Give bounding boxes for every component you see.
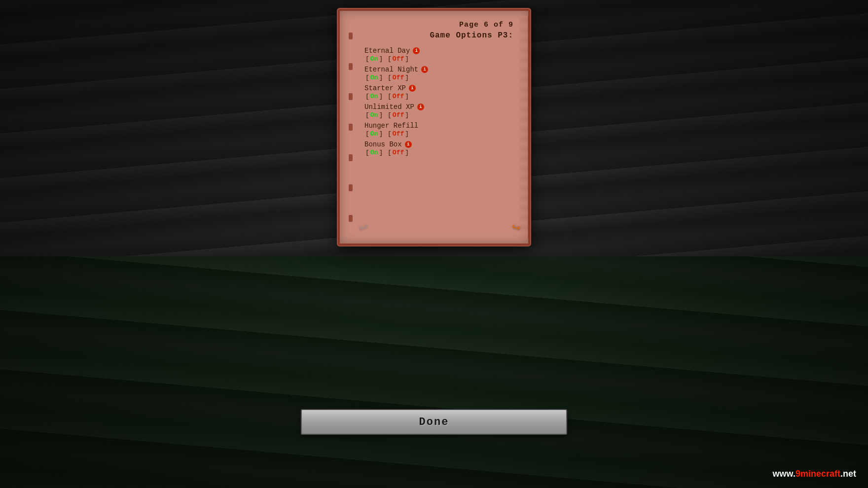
prev-page-button[interactable]: ↪ — [360, 219, 368, 236]
bracket: [ — [384, 130, 392, 138]
bracket: ] — [405, 149, 409, 156]
binding-mark — [349, 184, 353, 191]
option-eternal-day: Eternal Day i [ On ] [ Off ] — [364, 47, 513, 63]
bracket: [ — [365, 111, 369, 119]
bracket: ] — [405, 130, 409, 138]
option-toggles-eternal-night: [ On ] [ Off ] — [364, 74, 513, 81]
binding-mark — [349, 93, 353, 100]
panel-navigation: ↪ ↪ — [360, 219, 520, 236]
bracket: [ — [384, 74, 392, 81]
option-name-unlimited-xp: Unlimited XP i — [364, 103, 513, 111]
toggle-off-starter-xp[interactable]: Off — [393, 93, 404, 100]
bracket: [ — [365, 55, 369, 63]
option-name-starter-xp: Starter XP i — [364, 84, 513, 92]
option-label: Unlimited XP — [364, 103, 414, 111]
option-toggles-starter-xp: [ On ] [ Off ] — [364, 93, 513, 100]
binding-mark — [349, 63, 353, 70]
option-name-eternal-day: Eternal Day i — [364, 47, 513, 55]
option-label: Eternal Night — [364, 66, 418, 73]
bracket: ] — [379, 93, 383, 100]
option-label: Hunger Refill — [364, 122, 418, 130]
panel-body: Page 6 of 9 Game Options P3: Eternal Day… — [338, 9, 530, 245]
done-button[interactable]: Done — [301, 409, 567, 435]
bracket: [ — [384, 111, 392, 119]
info-icon-eternal-day[interactable]: i — [413, 47, 420, 54]
option-name-bonus-box: Bonus Box i — [364, 140, 513, 148]
bracket: [ — [384, 93, 392, 100]
toggle-off-hunger-refill[interactable]: Off — [393, 130, 404, 138]
bracket: [ — [384, 55, 392, 63]
bracket: ] — [379, 149, 383, 156]
option-name-eternal-night: Eternal Night i — [364, 66, 513, 73]
option-label: Eternal Day — [364, 47, 410, 55]
option-unlimited-xp: Unlimited XP i [ On ] [ Off ] — [364, 103, 513, 119]
info-icon-bonus-box[interactable]: i — [405, 141, 412, 148]
page-number: Page 6 of 9 — [364, 21, 513, 29]
bracket: ] — [379, 130, 383, 138]
toggle-off-eternal-day[interactable]: Off — [393, 55, 404, 63]
option-label: Bonus Box — [364, 140, 402, 148]
bracket: [ — [365, 149, 369, 156]
bracket: ] — [379, 55, 383, 63]
bracket: [ — [365, 93, 369, 100]
info-icon-eternal-night[interactable]: i — [421, 66, 428, 73]
section-title: Game Options P3: — [364, 31, 513, 40]
toggle-on-unlimited-xp[interactable]: On — [370, 111, 378, 119]
next-page-button[interactable]: ↪ — [512, 219, 520, 236]
option-toggles-hunger-refill: [ On ] [ Off ] — [364, 130, 513, 138]
info-icon-unlimited-xp[interactable]: i — [417, 104, 424, 110]
option-toggles-eternal-day: [ On ] [ Off ] — [364, 55, 513, 63]
info-icon-starter-xp[interactable]: i — [409, 85, 416, 92]
option-toggles-unlimited-xp: [ On ] [ Off ] — [364, 111, 513, 119]
toggle-on-starter-xp[interactable]: On — [370, 93, 378, 100]
bracket: [ — [365, 130, 369, 138]
watermark-brand: 9minecraft — [796, 469, 840, 479]
toggle-on-bonus-box[interactable]: On — [370, 149, 378, 156]
watermark: www.9minecraft.net — [773, 469, 856, 479]
watermark-net: .net — [840, 469, 856, 479]
bracket: ] — [379, 111, 383, 119]
toggle-on-hunger-refill[interactable]: On — [370, 130, 378, 138]
option-name-hunger-refill: Hunger Refill — [364, 122, 513, 130]
bracket: ] — [405, 111, 409, 119]
toggle-off-bonus-box[interactable]: Off — [393, 149, 404, 156]
done-label: Done — [419, 416, 449, 428]
watermark-www: www. — [773, 469, 796, 479]
options-panel: Page 6 of 9 Game Options P3: Eternal Day… — [338, 9, 530, 245]
toggle-on-eternal-night[interactable]: On — [370, 74, 378, 81]
option-label: Starter XP — [364, 84, 406, 92]
panel-binding — [346, 11, 356, 244]
bracket: [ — [365, 74, 369, 81]
toggle-off-eternal-night[interactable]: Off — [393, 74, 404, 81]
binding-mark — [349, 154, 353, 161]
bracket: ] — [379, 74, 383, 81]
option-bonus-box: Bonus Box i [ On ] [ Off ] — [364, 140, 513, 156]
bracket: [ — [384, 149, 392, 156]
option-toggles-bonus-box: [ On ] [ Off ] — [364, 149, 513, 156]
binding-mark — [349, 33, 353, 39]
option-hunger-refill: Hunger Refill [ On ] [ Off ] — [364, 122, 513, 138]
binding-mark — [349, 215, 353, 222]
option-eternal-night: Eternal Night i [ On ] [ Off ] — [364, 66, 513, 81]
bracket: ] — [405, 55, 409, 63]
option-starter-xp: Starter XP i [ On ] [ Off ] — [364, 84, 513, 100]
toggle-off-unlimited-xp[interactable]: Off — [393, 111, 404, 119]
bracket: ] — [405, 74, 409, 81]
binding-mark — [349, 124, 353, 131]
bracket: ] — [405, 93, 409, 100]
toggle-on-eternal-day[interactable]: On — [370, 55, 378, 63]
